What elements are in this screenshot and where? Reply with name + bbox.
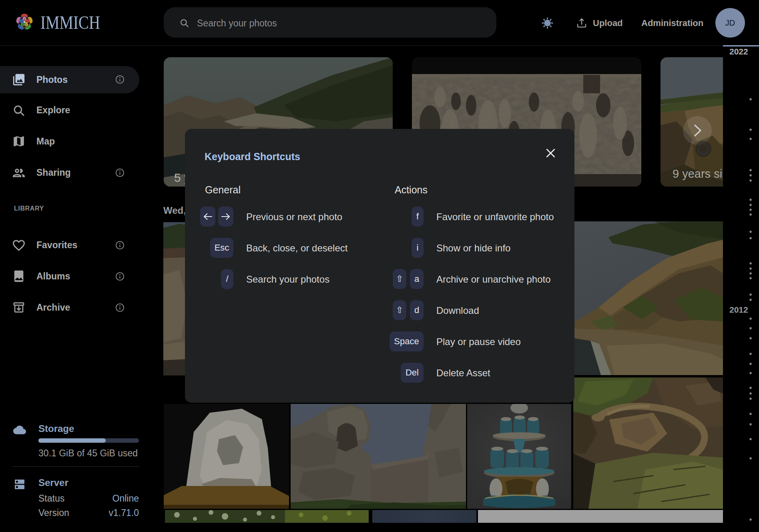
svg-text:9 years si: 9 years si: [673, 167, 722, 180]
